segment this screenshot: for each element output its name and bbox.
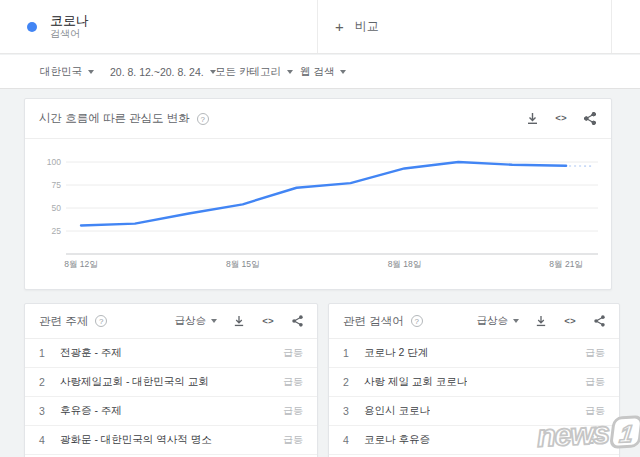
related-topics-card: 관련 주제 ? 급상승 <> 1 전광훈 - 주제 급등 2 사랑제일교회 - … (24, 303, 318, 457)
sort-dropdown[interactable]: 급상승 (477, 314, 520, 328)
list-item[interactable]: 1 코로나 2 단계 급등 (329, 339, 619, 368)
list-item[interactable]: 4 코로나 후유증 급등 (329, 426, 619, 455)
compare-placeholder: 비교 (355, 18, 379, 35)
list-item[interactable]: 2 사랑 제일 교회 코로나 급등 (329, 368, 619, 397)
plus-icon: + (335, 18, 344, 35)
row-rank: 3 (343, 405, 364, 417)
chevron-down-icon (88, 70, 94, 74)
help-icon[interactable]: ? (95, 315, 107, 327)
svg-text:8월 12일: 8월 12일 (64, 259, 98, 269)
list-item[interactable]: 2 사랑제일교회 - 대한민국의 교회 급등 (25, 368, 317, 397)
row-rank: 2 (39, 376, 60, 388)
row-rank: 1 (343, 347, 364, 359)
breakout-badge: 급등 (577, 375, 605, 389)
row-label[interactable]: 사랑 제일 교회 코로나 (364, 375, 467, 389)
breakout-badge: 급등 (275, 346, 303, 360)
embed-icon[interactable]: <> (554, 112, 568, 126)
help-icon[interactable]: ? (197, 113, 209, 125)
region-filter-label: 대한민국 (40, 65, 82, 79)
chevron-down-icon (287, 70, 293, 74)
list-item[interactable]: 3 후유증 - 주제 급등 (25, 397, 317, 426)
chevron-down-icon (211, 319, 217, 323)
download-icon[interactable] (232, 314, 246, 328)
svg-text:100: 100 (47, 157, 61, 167)
row-label[interactable]: 전광훈 - 주제 (60, 346, 122, 360)
share-icon[interactable] (592, 314, 606, 328)
date-range-filter-dropdown[interactable]: 20. 8. 12.~20. 8. 24. (110, 55, 216, 89)
chart-card-title: 시간 흐름에 따른 관심도 변화 (39, 111, 190, 126)
header-right-stub (612, 0, 640, 53)
related-topics-title: 관련 주제 (39, 314, 88, 329)
svg-text:50: 50 (52, 203, 62, 213)
sort-label: 급상승 (175, 314, 207, 328)
row-rank: 3 (39, 405, 60, 417)
svg-text:75: 75 (52, 180, 62, 190)
chevron-down-icon (513, 319, 519, 323)
series-color-dot-icon (27, 22, 37, 32)
row-label[interactable]: 후유증 - 주제 (60, 404, 122, 418)
breakout-badge: 급등 (275, 404, 303, 418)
embed-icon[interactable]: <> (261, 314, 275, 328)
interest-over-time-chart[interactable]: 2550751008월 12일8월 15일8월 18일8월 21일 (25, 139, 611, 289)
download-icon[interactable] (525, 112, 539, 126)
search-type-label: 웹 검색 (300, 65, 334, 79)
breakout-badge: 급등 (577, 346, 605, 360)
search-term-type: 검색어 (50, 28, 89, 40)
row-label[interactable]: 용인시 코로나 (364, 404, 430, 418)
search-term: 코로나 (50, 13, 89, 28)
share-icon[interactable] (290, 314, 304, 328)
related-topics-header: 관련 주제 ? 급상승 <> (25, 304, 317, 339)
list-item[interactable]: 4 광화문 - 대한민국의 역사적 명소 급등 (25, 426, 317, 455)
date-range-label: 20. 8. 12.~20. 8. 24. (110, 66, 204, 78)
term-header-bar: 코로나 검색어 + 비교 (0, 0, 640, 54)
svg-text:8월 21일: 8월 21일 (549, 259, 583, 269)
row-rank: 4 (343, 434, 364, 446)
add-comparison-field[interactable]: + 비교 (318, 0, 612, 53)
row-label[interactable]: 사랑제일교회 - 대한민국의 교회 (60, 375, 209, 389)
breakout-badge: 급등 (275, 433, 303, 447)
region-filter-dropdown[interactable]: 대한민국 (40, 55, 94, 89)
breakout-badge: 급등 (577, 433, 605, 447)
embed-icon[interactable]: <> (563, 314, 577, 328)
row-rank: 2 (343, 376, 364, 388)
share-icon[interactable] (583, 112, 597, 126)
chart-card-header: 시간 흐름에 따른 관심도 변화 ? <> (25, 99, 611, 139)
search-type-filter-dropdown[interactable]: 웹 검색 (300, 55, 346, 89)
list-item[interactable]: 3 용인시 코로나 급등 (329, 397, 619, 426)
breakout-badge: 급등 (577, 404, 605, 418)
download-icon[interactable] (534, 314, 548, 328)
svg-text:8월 15일: 8월 15일 (226, 259, 260, 269)
filter-bar: 대한민국 20. 8. 12.~20. 8. 24. 모든 카테고리 웹 검색 (0, 55, 640, 89)
category-filter-dropdown[interactable]: 모든 카테고리 (215, 55, 293, 89)
sort-label: 급상승 (477, 314, 509, 328)
row-rank: 1 (39, 347, 60, 359)
interest-over-time-card: 시간 흐름에 따른 관심도 변화 ? <> 2550751008월 12일8월 … (24, 98, 612, 290)
help-icon[interactable]: ? (411, 315, 423, 327)
sort-dropdown[interactable]: 급상승 (175, 314, 218, 328)
row-label[interactable]: 코로나 후유증 (364, 433, 430, 447)
category-filter-label: 모든 카테고리 (215, 65, 281, 79)
list-item[interactable]: 1 전광훈 - 주제 급등 (25, 339, 317, 368)
row-label[interactable]: 광화문 - 대한민국의 역사적 명소 (60, 433, 212, 447)
related-queries-header: 관련 검색어 ? 급상승 <> (329, 304, 619, 339)
related-queries-title: 관련 검색어 (343, 314, 404, 329)
breakout-badge: 급등 (275, 375, 303, 389)
chevron-down-icon (340, 70, 346, 74)
row-rank: 4 (39, 434, 60, 446)
row-label[interactable]: 코로나 2 단계 (364, 346, 428, 360)
search-term-chip[interactable]: 코로나 검색어 (0, 0, 318, 53)
svg-text:8월 18일: 8월 18일 (388, 259, 422, 269)
related-queries-card: 관련 검색어 ? 급상승 <> 1 코로나 2 단계 급등 2 사랑 제일 교회… (328, 303, 620, 457)
svg-text:25: 25 (52, 226, 62, 236)
